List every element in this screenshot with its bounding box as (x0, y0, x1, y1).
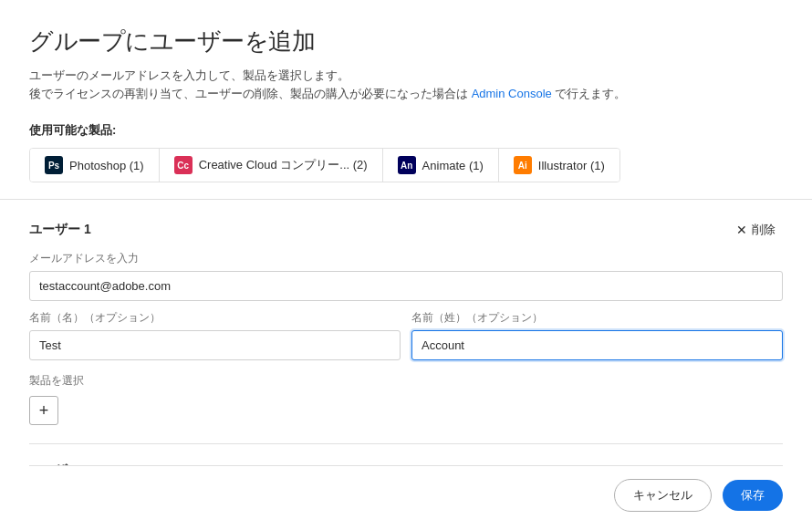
user-1-product-select-label: 製品を選択 (29, 373, 783, 389)
plus-icon: + (39, 401, 49, 421)
user-1-email-label: メールアドレスを入力 (29, 251, 783, 266)
product-animate-name: Animate (1) (422, 159, 484, 172)
admin-console-link[interactable]: Admin Console (472, 87, 552, 100)
products-section-label: 使用可能な製品: (29, 122, 783, 139)
product-animate[interactable]: An Animate (1) (383, 149, 499, 182)
scrollable-area: ユーザー 1 ✕ 削除 メールアドレスを入力 名前（名）（オプション） 名前（姓… (0, 199, 812, 465)
cancel-button[interactable]: キャンセル (614, 479, 712, 512)
user-1-lastname-col: 名前（姓）（オプション） (411, 310, 783, 360)
x-icon: ✕ (736, 223, 747, 237)
user-2-header: ユーザー 2 (29, 462, 783, 465)
cc-icon: Cc (174, 156, 193, 174)
user-2-label: ユーザー 2 (29, 462, 91, 465)
subtitle: ユーザーのメールアドレスを入力して、製品を選択します。 後でライセンスの再割り当… (29, 67, 783, 102)
product-illustrator-name: Illustrator (1) (538, 159, 605, 172)
user-1-label: ユーザー 1 (29, 222, 91, 238)
user-1-firstname-label: 名前（名）（オプション） (29, 310, 401, 326)
ps-icon: Ps (45, 156, 63, 174)
user-1-add-product-button[interactable]: + (29, 396, 58, 425)
an-icon: An (398, 156, 416, 174)
user-1-firstname-col: 名前（名）（オプション） (29, 310, 401, 360)
subtitle-text3: で行えます。 (555, 87, 626, 100)
user-1-name-row: 名前（名）（オプション） 名前（姓）（オプション） (29, 310, 783, 360)
user-1-header: ユーザー 1 ✕ 削除 (29, 218, 783, 242)
user-1-firstname-input[interactable] (29, 330, 401, 360)
subtitle-text2: 後でライセンスの再割り当て、ユーザーの削除、製品の購入が必要になった場合は (29, 87, 468, 100)
subtitle-text1: ユーザーのメールアドレスを入力して、製品を選択します。 (29, 68, 349, 82)
main-container: グループにユーザーを追加 ユーザーのメールアドレスを入力して、製品を選択します。… (0, 0, 812, 530)
user-1-lastname-input[interactable] (411, 330, 783, 360)
delete-label: 削除 (752, 222, 776, 238)
products-bar: Ps Photoshop (1) Cc Creative Cloud コンプリー… (29, 148, 620, 182)
footer-bar: キャンセル 保存 (29, 465, 783, 512)
ai-icon: Ai (514, 156, 532, 174)
user-1-section: ユーザー 1 ✕ 削除 メールアドレスを入力 名前（名）（オプション） 名前（姓… (29, 200, 783, 444)
product-illustrator[interactable]: Ai Illustrator (1) (499, 149, 619, 182)
user-1-email-input[interactable] (29, 271, 783, 301)
product-creativecloud[interactable]: Cc Creative Cloud コンプリー... (2) (160, 149, 383, 182)
page-title: グループにユーザーを追加 (29, 26, 783, 57)
user-1-delete-button[interactable]: ✕ 削除 (729, 218, 783, 242)
user-1-lastname-label: 名前（姓）（オプション） (411, 310, 783, 326)
product-photoshop[interactable]: Ps Photoshop (1) (30, 149, 160, 182)
product-cc-name: Creative Cloud コンプリー... (2) (199, 157, 368, 173)
product-photoshop-name: Photoshop (1) (69, 159, 144, 172)
user-2-section: ユーザー 2 メールアドレスを入力 (29, 444, 783, 465)
save-button[interactable]: 保存 (723, 480, 783, 511)
